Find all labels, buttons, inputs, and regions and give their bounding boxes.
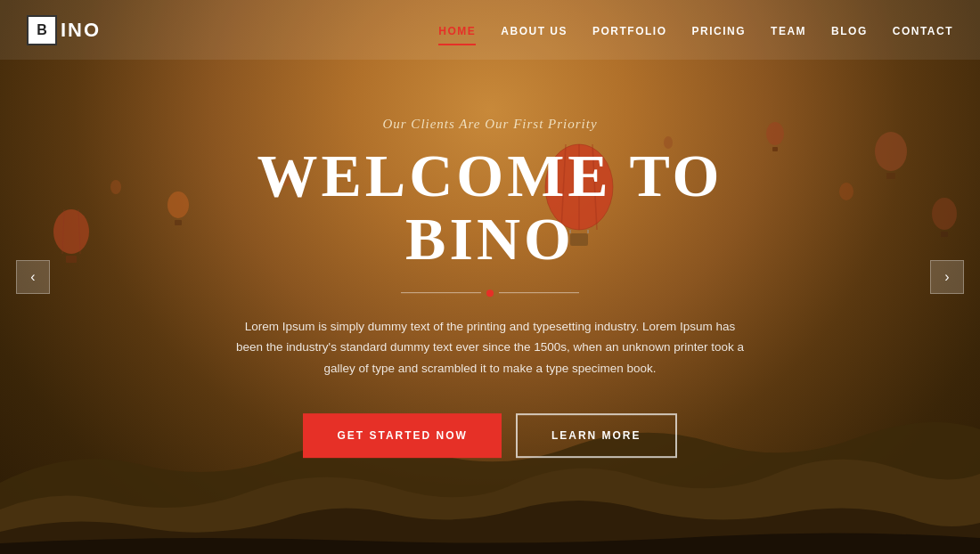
nav-link-about[interactable]: ABOUT US	[501, 25, 568, 37]
logo-text: INO	[61, 19, 101, 42]
nav-link-contact[interactable]: CONTACT	[893, 25, 953, 37]
hero-buttons: GET STARTED NOW LEARN MORE	[178, 413, 802, 458]
navbar: B INO HOME ABOUT US PORTFOLIO PRICING TE…	[0, 0, 980, 60]
hero-content: Our Clients Are Our First Priority WELCO…	[178, 117, 802, 458]
logo-letter: B	[37, 22, 47, 38]
learn-more-button[interactable]: LEARN MORE	[516, 413, 677, 458]
hero-divider	[178, 289, 802, 297]
nav-item-pricing[interactable]: PRICING	[692, 22, 747, 38]
nav-link-team[interactable]: TEAM	[771, 25, 806, 37]
divider-line-right	[499, 292, 579, 293]
nav-item-portfolio[interactable]: PORTFOLIO	[592, 22, 667, 38]
nav-item-home[interactable]: HOME	[438, 22, 476, 38]
nav-link-home[interactable]: HOME	[438, 25, 476, 37]
hero-title: WELCOME TO BINO	[178, 144, 802, 272]
slider-arrow-right[interactable]: ›	[930, 260, 964, 294]
chevron-left-icon: ‹	[30, 269, 35, 285]
nav-link-portfolio[interactable]: PORTFOLIO	[592, 25, 667, 37]
chevron-right-icon: ›	[944, 269, 949, 285]
hero-section: B INO HOME ABOUT US PORTFOLIO PRICING TE…	[0, 0, 980, 554]
nav-item-contact[interactable]: CONTACT	[893, 22, 953, 38]
nav-item-about[interactable]: ABOUT US	[501, 22, 568, 38]
hero-subtitle: Our Clients Are Our First Priority	[178, 117, 802, 132]
nav-item-blog[interactable]: BLOG	[831, 22, 868, 38]
nav-link-pricing[interactable]: PRICING	[692, 25, 747, 37]
nav-menu: HOME ABOUT US PORTFOLIO PRICING TEAM BLO…	[438, 22, 953, 38]
get-started-button[interactable]: GET STARTED NOW	[303, 413, 501, 458]
nav-link-blog[interactable]: BLOG	[831, 25, 868, 37]
logo[interactable]: B INO	[27, 15, 101, 45]
hero-description: Lorem Ipsum is simply dummy text of the …	[232, 316, 748, 379]
divider-dot	[486, 289, 494, 297]
logo-box: B	[27, 15, 57, 45]
slider-arrow-left[interactable]: ‹	[16, 260, 50, 294]
divider-line-left	[401, 292, 481, 293]
nav-item-team[interactable]: TEAM	[771, 22, 806, 38]
